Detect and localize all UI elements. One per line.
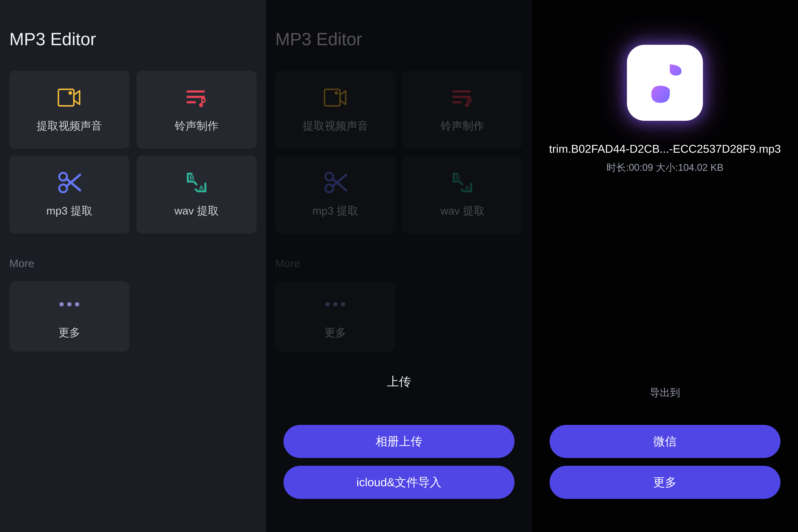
svg-rect-4 bbox=[187, 101, 196, 103]
tools-grid: 提取视频声音 铃声制作 mp3 提取 BA wav 提取 bbox=[10, 71, 256, 233]
extract-video-audio-card: 提取视频声音 bbox=[275, 71, 396, 149]
icloud-import-button[interactable]: icloud&文件导入 bbox=[283, 466, 514, 499]
upload-album-button[interactable]: 相册上传 bbox=[283, 425, 514, 458]
svg-point-1 bbox=[69, 91, 72, 95]
scissors-icon bbox=[324, 171, 347, 194]
ellipsis-icon bbox=[58, 292, 81, 316]
section-label-more: More bbox=[10, 257, 256, 270]
button-label: 微信 bbox=[653, 434, 677, 450]
ringtone-list-icon bbox=[185, 86, 208, 109]
more-card-label: 更多 bbox=[58, 325, 80, 340]
svg-rect-3 bbox=[187, 96, 205, 98]
export-wechat-button[interactable]: 微信 bbox=[550, 425, 780, 458]
tools-grid: 提取视频声音 铃声制作 mp3 提取 BA wav 提取 bbox=[275, 71, 522, 233]
wav-extract-card[interactable]: BA wav 提取 bbox=[137, 156, 257, 233]
app-title: MP3 Editor bbox=[10, 29, 256, 49]
more-card-label: 更多 bbox=[324, 325, 346, 340]
translate-icon: BA bbox=[451, 171, 474, 194]
ellipsis-icon bbox=[324, 292, 347, 316]
mp3-extract-card: mp3 提取 bbox=[275, 156, 396, 233]
ringtone-maker-card: 铃声制作 bbox=[402, 71, 523, 149]
video-camera-icon bbox=[58, 86, 81, 109]
svg-point-15 bbox=[465, 103, 469, 107]
button-label: 更多 bbox=[653, 475, 677, 490]
translate-icon: BA bbox=[185, 171, 208, 194]
ringtone-maker-card[interactable]: 铃声制作 bbox=[137, 71, 257, 149]
tool-label: 提取视频声音 bbox=[37, 119, 102, 133]
svg-text:A: A bbox=[465, 184, 470, 191]
upload-bottom-sheet: 上传 相册上传 icloud&文件导入 bbox=[266, 358, 532, 532]
svg-point-17 bbox=[325, 185, 333, 192]
extract-video-audio-card[interactable]: 提取视频声音 bbox=[10, 71, 130, 149]
export-section: 导出到 微信 更多 bbox=[532, 386, 798, 532]
tool-label: 铃声制作 bbox=[441, 119, 484, 133]
tool-label: wav 提取 bbox=[174, 204, 218, 218]
svg-rect-2 bbox=[187, 90, 205, 93]
tool-label: mp3 提取 bbox=[46, 204, 93, 218]
app-title: MP3 Editor bbox=[275, 29, 522, 49]
export-label: 导出到 bbox=[550, 386, 780, 400]
svg-rect-10 bbox=[324, 90, 340, 106]
home-screen-pane: MP3 Editor 提取视频声音 铃声制作 mp3 提取 bbox=[0, 0, 266, 532]
svg-text:A: A bbox=[199, 184, 204, 191]
file-preview: trim.B02FAD44-D2CB...-ECC2537D28F9.mp3 时… bbox=[532, 0, 798, 174]
svg-point-11 bbox=[335, 91, 338, 95]
wav-extract-card: BA wav 提取 bbox=[402, 156, 523, 233]
svg-rect-13 bbox=[453, 96, 471, 98]
ringtone-list-icon bbox=[451, 86, 474, 109]
music-note-icon bbox=[641, 57, 689, 109]
scissors-icon bbox=[58, 171, 81, 194]
more-tools-card[interactable]: 更多 bbox=[10, 281, 129, 352]
mp3-extract-card[interactable]: mp3 提取 bbox=[10, 156, 130, 233]
button-label: 相册上传 bbox=[376, 434, 422, 450]
dimmed-background: MP3 Editor 提取视频声音 铃声制作 mp3 提取 bbox=[266, 0, 532, 352]
fileinfo-text: 时长:00:09 大小:104.02 KB bbox=[532, 161, 798, 174]
svg-text:B: B bbox=[456, 174, 460, 181]
sheet-title: 上传 bbox=[283, 374, 514, 390]
filename-text: trim.B02FAD44-D2CB...-ECC2537D28F9.mp3 bbox=[532, 142, 798, 155]
tool-label: wav 提取 bbox=[440, 204, 485, 218]
export-screen-pane: trim.B02FAD44-D2CB...-ECC2537D28F9.mp3 时… bbox=[532, 0, 798, 532]
more-tools-card: 更多 bbox=[275, 281, 395, 352]
svg-text:B: B bbox=[190, 174, 194, 181]
svg-point-5 bbox=[199, 103, 203, 107]
svg-point-16 bbox=[325, 173, 333, 180]
svg-rect-12 bbox=[453, 90, 471, 93]
video-camera-icon bbox=[324, 86, 347, 109]
upload-sheet-pane: MP3 Editor 提取视频声音 铃声制作 mp3 提取 bbox=[266, 0, 532, 532]
tool-label: 铃声制作 bbox=[175, 119, 218, 133]
svg-rect-14 bbox=[453, 101, 462, 103]
section-label-more: More bbox=[275, 257, 522, 270]
button-label: icloud&文件导入 bbox=[357, 475, 442, 490]
export-more-button[interactable]: 更多 bbox=[550, 466, 780, 499]
app-icon bbox=[627, 45, 703, 121]
tool-label: mp3 提取 bbox=[312, 204, 359, 218]
tool-label: 提取视频声音 bbox=[303, 119, 368, 133]
